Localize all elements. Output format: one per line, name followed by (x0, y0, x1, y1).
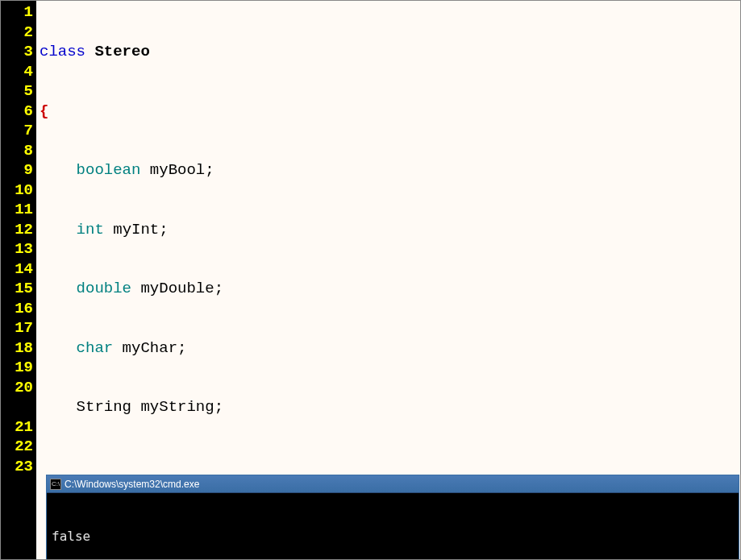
code-line[interactable]: double myDouble; (40, 279, 740, 299)
line-number: 1 (2, 2, 33, 23)
code-line[interactable]: char myChar; (40, 338, 740, 359)
code-line[interactable]: String myString; (40, 397, 740, 417)
line-number: 10 (2, 180, 33, 201)
code-line[interactable]: boolean myBool; (40, 160, 740, 180)
line-number: 17 (2, 318, 33, 338)
line-number: 19 (2, 358, 33, 378)
line-number: 21 (2, 417, 33, 438)
code-line[interactable]: int myInt; (40, 220, 740, 240)
line-number: 9 (2, 160, 33, 180)
line-number (2, 397, 33, 417)
line-number-gutter: 1 2 3 4 5 6 7 8 9 10 11 12 13 14 15 16 1… (1, 1, 36, 559)
line-number: 8 (2, 141, 33, 161)
terminal-title: C:\Windows\system32\cmd.exe (65, 479, 199, 490)
code-line[interactable]: class Stereo (40, 42, 740, 62)
cmd-icon: C:\ (50, 479, 61, 490)
line-number: 2 (2, 23, 33, 43)
terminal-window[interactable]: C:\ C:\Windows\system32\cmd.exe false 0 … (46, 475, 739, 560)
line-number: 20 (2, 378, 33, 398)
code-editor: 1 2 3 4 5 6 7 8 9 10 11 12 13 14 15 16 1… (1, 1, 740, 559)
line-number: 11 (2, 200, 33, 220)
line-number: 16 (2, 299, 33, 319)
line-number: 3 (2, 42, 33, 62)
line-number: 13 (2, 239, 33, 259)
line-number: 15 (2, 279, 33, 299)
line-number: 18 (2, 338, 33, 359)
line-number: 7 (2, 121, 33, 141)
line-number: 5 (2, 81, 33, 102)
line-number: 6 (2, 102, 33, 122)
terminal-output[interactable]: false 0 0.0 the default char value is a … (47, 493, 739, 560)
line-number: 14 (2, 259, 33, 280)
terminal-titlebar[interactable]: C:\ C:\Windows\system32\cmd.exe (47, 475, 739, 493)
code-line[interactable]: { (40, 102, 740, 122)
line-number: 22 (2, 437, 33, 457)
line-number: 4 (2, 62, 33, 82)
line-number: 12 (2, 220, 33, 240)
terminal-line: false (52, 529, 734, 545)
code-line[interactable] (40, 457, 740, 477)
line-number: 23 (2, 457, 33, 477)
